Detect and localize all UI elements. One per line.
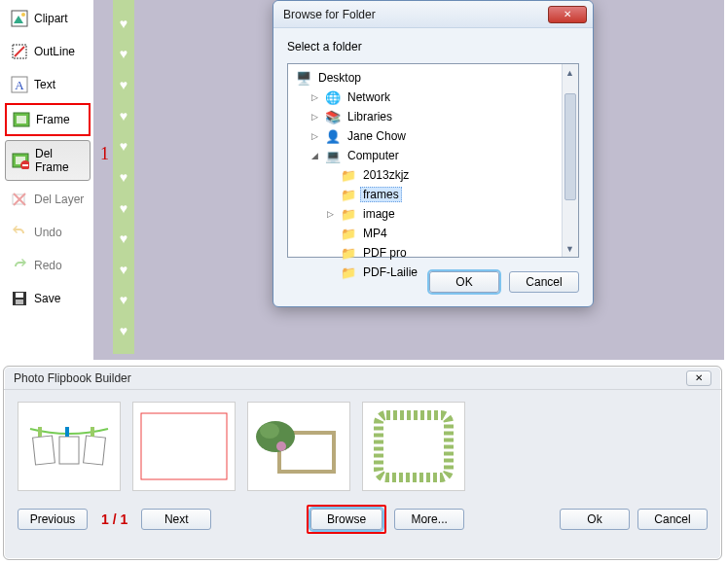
tree-node[interactable]: PDF pro (360, 245, 410, 261)
next-button[interactable]: Next (141, 509, 211, 530)
frame-icon (13, 111, 30, 128)
sidebar-label: Del Frame (35, 147, 84, 174)
libraries-icon: 📚 (325, 110, 341, 123)
network-icon: 🌐 (325, 90, 341, 104)
svg-rect-25 (141, 413, 227, 479)
panel-close-icon[interactable]: ✕ (686, 370, 711, 386)
sidebar-label: Redo (34, 259, 62, 272)
folder-icon: 📁 (341, 168, 356, 182)
svg-text:A: A (15, 78, 24, 92)
svg-rect-17 (16, 293, 23, 298)
frame-thumbnail[interactable] (247, 402, 350, 491)
sidebar-item-undo[interactable]: Undo (5, 218, 91, 247)
svg-rect-19 (33, 436, 55, 465)
svg-point-2 (21, 13, 25, 17)
expander-icon[interactable]: ◢ (311, 151, 321, 160)
tree-node[interactable]: image (360, 206, 398, 222)
sidebar-item-outline[interactable]: OutLine (5, 37, 91, 66)
scroll-down-icon[interactable]: ▼ (562, 240, 578, 257)
tree-node[interactable]: PDF-Lailie (360, 264, 420, 280)
save-icon (11, 290, 28, 307)
decorative-strip: ♥♥♥♥♥♥♥♥♥♥♥ (113, 0, 134, 354)
svg-rect-18 (16, 300, 23, 304)
frame-thumbnail[interactable] (132, 402, 236, 491)
panel-ok-button[interactable]: Ok (560, 509, 630, 530)
sidebar-label: Clipart (34, 12, 68, 25)
sidebar-label: Frame (36, 113, 70, 126)
svg-rect-20 (59, 437, 79, 464)
expander-icon[interactable]: ▷ (311, 112, 321, 122)
sidebar-item-text[interactable]: A Text (5, 70, 91, 99)
browse-button[interactable]: Browse (310, 509, 382, 530)
sidebar-label: Del Layer (34, 193, 84, 206)
desktop-icon: 🖥️ (296, 71, 311, 85)
previous-button[interactable]: Previous (18, 509, 88, 530)
sidebar: Clipart OutLine A Text Frame Del Frame D… (3, 0, 92, 360)
tree-node[interactable]: Computer (345, 148, 402, 163)
expander-icon[interactable]: ▷ (311, 131, 321, 141)
panel-cancel-button[interactable]: Cancel (637, 509, 708, 530)
clipart-icon (11, 10, 28, 27)
svg-rect-31 (388, 425, 439, 468)
redo-icon (11, 257, 28, 274)
sidebar-item-save[interactable]: Save (5, 284, 91, 313)
svg-rect-21 (84, 436, 106, 465)
sidebar-label: OutLine (34, 45, 75, 58)
sidebar-label: Undo (34, 226, 62, 239)
dialog-titlebar[interactable]: Browse for Folder ✕ (273, 1, 593, 28)
scrollbar[interactable]: ▲ ▼ (562, 64, 578, 257)
svg-rect-23 (65, 427, 69, 437)
sidebar-label: Text (34, 78, 55, 91)
more-button[interactable]: More... (394, 509, 464, 530)
scroll-up-icon[interactable]: ▲ (562, 64, 578, 81)
user-icon: 👤 (325, 129, 341, 143)
folder-tree[interactable]: 🖥️Desktop ▷🌐Network ▷📚Libraries ▷👤Jane C… (287, 63, 579, 258)
del-frame-icon (12, 152, 29, 169)
dialog-label: Select a folder (287, 40, 579, 53)
undo-icon (11, 224, 28, 241)
sidebar-item-frame[interactable]: Frame (5, 103, 91, 136)
sidebar-item-redo[interactable]: Redo (5, 251, 91, 280)
thumbnail-row (4, 390, 721, 497)
tree-node[interactable]: Jane Chow (345, 128, 409, 144)
folder-icon: 📁 (341, 246, 356, 260)
sidebar-label: Save (34, 292, 60, 305)
del-layer-icon (11, 191, 28, 208)
folder-icon: 📁 (341, 265, 356, 279)
annotation-1: 1 (100, 144, 109, 164)
svg-point-28 (260, 423, 279, 439)
sidebar-item-del-layer[interactable]: Del Layer (5, 185, 91, 214)
sidebar-item-del-frame[interactable]: Del Frame (5, 140, 91, 181)
tree-node[interactable]: Libraries (345, 109, 395, 124)
expander-icon[interactable]: ▷ (327, 209, 337, 219)
tree-node[interactable]: 2013zkjz (360, 167, 412, 183)
scroll-thumb[interactable] (564, 93, 576, 200)
svg-rect-8 (17, 116, 26, 123)
dialog-title: Browse for Folder (283, 8, 548, 21)
close-icon[interactable]: ✕ (548, 6, 587, 23)
sidebar-item-clipart[interactable]: Clipart (5, 4, 91, 33)
tree-node[interactable]: Network (345, 89, 393, 105)
svg-rect-24 (91, 427, 94, 437)
text-icon: A (11, 76, 28, 93)
computer-icon: 💻 (325, 149, 341, 162)
tree-node[interactable]: MP4 (360, 226, 390, 241)
browse-dialog: Browse for Folder ✕ Select a folder 🖥️De… (273, 0, 594, 307)
frame-thumbnail[interactable] (362, 402, 465, 491)
expander-icon[interactable]: ▷ (311, 92, 321, 102)
tree-node[interactable]: Desktop (315, 70, 364, 86)
folder-icon: 📁 (341, 227, 356, 240)
svg-line-4 (15, 47, 24, 56)
svg-point-29 (276, 441, 286, 451)
folder-icon: 📁 (341, 207, 356, 221)
svg-rect-22 (38, 427, 42, 437)
frame-picker-panel: Photo Flipbook Builder ✕ Previous 1 / 1 … (3, 366, 722, 560)
folder-icon: 📁 (341, 188, 356, 201)
browse-highlight: Browse (307, 505, 386, 534)
frame-thumbnail[interactable] (18, 402, 121, 491)
tree-node-selected[interactable]: frames (360, 187, 402, 202)
panel-title: Photo Flipbook Builder (14, 371, 686, 385)
outline-icon (11, 43, 28, 60)
page-indicator: 1 / 1 (101, 511, 127, 527)
